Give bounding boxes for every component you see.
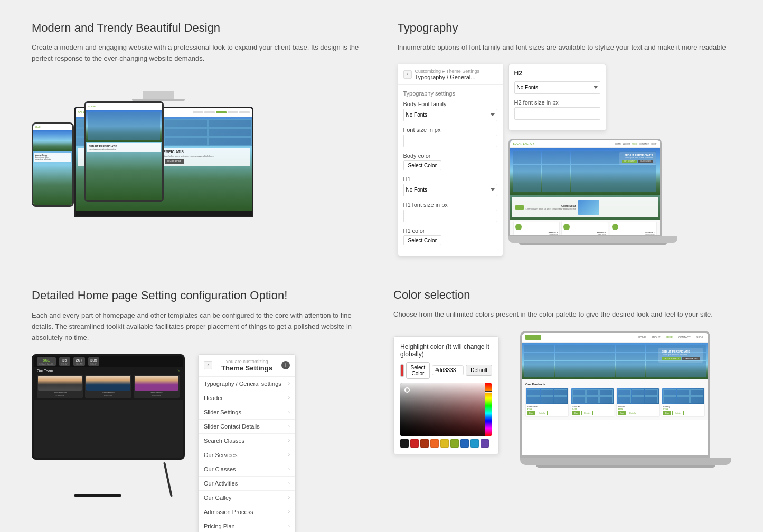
page-wrapper: Modern and Trendy Beautiful Design Creat…	[0, 0, 763, 532]
chevron-icon-our-classes: ›	[288, 466, 290, 472]
swatch-dark-red[interactable]	[420, 439, 429, 448]
wp-buy-btn-2[interactable]: Buy	[572, 411, 580, 415]
wp-product-info-2: Solar Kit $499 Buy Details	[571, 404, 614, 416]
sp-cell	[663, 390, 676, 396]
swatch-black[interactable]	[400, 439, 409, 448]
stand-leg	[163, 462, 173, 497]
menu-item-our-galley-label: Our Galley	[204, 495, 232, 501]
h1-size-input[interactable]	[403, 210, 497, 222]
swatch-yellow-green[interactable]	[450, 439, 459, 448]
font-size-input[interactable]	[403, 135, 497, 147]
swatch-blue[interactable]	[460, 439, 469, 448]
h2-label: H2	[514, 70, 600, 77]
solar-panel-mini-3	[617, 388, 659, 404]
menu-item-our-activities[interactable]: Our Activities ›	[199, 477, 295, 491]
config-desc: Each and every part of homepage and othe…	[32, 310, 362, 343]
hex-input[interactable]	[432, 365, 464, 375]
h2-font-select[interactable]: No Fonts	[514, 81, 600, 94]
swatch-purple[interactable]	[481, 439, 489, 448]
h2-size-label: H2 font size in px	[514, 99, 600, 106]
wp-cta-2[interactable]: LEARN MORE	[682, 357, 700, 360]
sp-cell	[527, 390, 540, 396]
swatch-yellow[interactable]	[440, 439, 449, 448]
laptop-features: Service 1 Lorem ipsum Service 2 Lorem ip…	[510, 220, 660, 235]
menu-item-pricing[interactable]: Pricing Plan ›	[199, 519, 295, 532]
h1-color-button[interactable]: Select Color	[403, 235, 441, 245]
team-member-3: Team Member subname	[134, 375, 180, 398]
customizer-back-button[interactable]: ‹	[403, 70, 412, 79]
wp-product-img-1	[526, 388, 568, 404]
sp-cell	[690, 396, 703, 403]
stand-base	[74, 494, 121, 497]
body-color-button[interactable]: Select Color	[403, 160, 441, 170]
sp-cell	[677, 396, 690, 403]
sp-cell	[632, 390, 645, 396]
wp-details-btn-3[interactable]: Details	[627, 411, 638, 415]
wp-buy-btn-4[interactable]: Buy	[663, 411, 671, 415]
typography-section-label: Typography settings	[403, 90, 497, 97]
customizer-menu-back-button[interactable]: ‹	[204, 361, 212, 369]
color-gradient-picker[interactable]	[400, 383, 492, 436]
wp-details-btn-1[interactable]: Details	[536, 411, 548, 415]
sp-cell	[527, 396, 540, 403]
phone-device: SOLAR About Solar Lorem ipsum dolor cons…	[32, 122, 74, 207]
menu-item-header[interactable]: Header ›	[199, 391, 295, 405]
menu-items-list: Typography / General settings › Header ›…	[199, 377, 295, 532]
h1-font-select[interactable]: No Fonts	[403, 184, 497, 196]
info-icon: i	[285, 363, 286, 368]
default-button[interactable]: Default	[466, 365, 492, 376]
solar-panel-mini-2	[571, 388, 614, 404]
h1-color-group: H1 color Select Color	[403, 227, 497, 245]
menu-item-our-classes[interactable]: Our Classes ›	[199, 462, 295, 477]
sp-cell	[586, 396, 599, 403]
body-font-select[interactable]: No Fonts	[403, 109, 497, 121]
menu-item-slider-settings[interactable]: Slider Settings ›	[199, 405, 295, 420]
typography-customizer: ‹ Customizing ▸ Theme Settings Typograph…	[398, 64, 503, 256]
current-color-swatch	[400, 364, 404, 377]
sp-cell	[645, 396, 658, 403]
customizer-panel-title: Typography / General...	[415, 74, 479, 80]
h2-font-group: No Fonts	[514, 81, 600, 94]
solar-panel-mini-1	[526, 388, 568, 404]
body-font-group: Body Font family No Fonts	[403, 101, 497, 121]
breadcrumb-text: Customizing ▸ Theme Settings	[415, 69, 479, 74]
body-color-label: Body color	[403, 153, 497, 159]
menu-item-slider-contact[interactable]: Slider Contact Details ›	[199, 420, 295, 434]
phone-hero	[33, 130, 72, 151]
tablet-stats-bar: 561 SOLAR PANEL 35 SOLAR 267	[34, 356, 183, 367]
h1-label: H1	[403, 176, 497, 182]
multi-device-mockup: SOLAR ENERGY	[32, 75, 253, 217]
h2-size-input[interactable]	[514, 107, 600, 120]
gradient-area[interactable]	[400, 383, 485, 436]
wp-product-info-3: Inverter $199 Buy Details	[617, 404, 659, 416]
info-button[interactable]: i	[281, 361, 290, 369]
menu-item-our-galley[interactable]: Our Galley ›	[199, 491, 295, 505]
stat-3: 267 SOLAR	[73, 357, 85, 366]
about-image	[578, 200, 599, 215]
swatch-light-blue[interactable]	[470, 439, 479, 448]
wp-buy-btn-3[interactable]: Buy	[618, 411, 626, 415]
solar-cell	[164, 137, 208, 146]
wp-buy-btn-1[interactable]: Buy	[527, 411, 535, 415]
monitor-stand	[143, 91, 174, 99]
menu-item-our-services[interactable]: Our Services ›	[199, 448, 295, 462]
member-photo-1	[38, 376, 82, 391]
website-preview: HOME ABOUT FREE CONTACT SHOP	[522, 333, 708, 455]
select-color-button[interactable]: Select Color	[406, 362, 430, 379]
h1-color-label: H1 color	[403, 227, 497, 234]
cta-button2[interactable]: LEARN MORE	[165, 159, 184, 164]
hue-slider[interactable]	[485, 383, 492, 436]
menu-item-search-classes[interactable]: Search Classes ›	[199, 434, 295, 448]
wp-details-btn-4[interactable]: Details	[672, 411, 684, 415]
swatch-orange[interactable]	[430, 439, 439, 448]
config-content: 561 SOLAR PANEL 35 SOLAR 267	[32, 354, 362, 532]
swatch-red[interactable]	[410, 439, 419, 448]
wp-products-title: Our Products	[525, 383, 705, 386]
chevron-icon-our-activities: ›	[288, 480, 290, 486]
menu-item-typography-label: Typography / General settings	[204, 381, 281, 387]
wp-cta-1[interactable]: GET STARTED	[662, 357, 681, 360]
wp-details-btn-2[interactable]: Details	[581, 411, 593, 415]
wp-nav-free: FREE	[664, 335, 674, 339]
menu-item-typography[interactable]: Typography / General settings ›	[199, 377, 295, 391]
menu-item-admission[interactable]: Admission Process ›	[199, 505, 295, 519]
